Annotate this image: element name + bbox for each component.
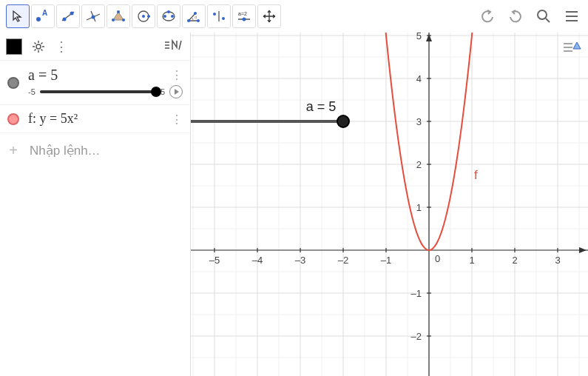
right-tools <box>477 6 582 27</box>
graphics-view[interactable]: –5–4–3–2–10123 12345–1–2 f a = 5 <box>191 33 588 376</box>
slider-control[interactable]: -5 5 <box>28 85 183 98</box>
svg-text:2: 2 <box>416 159 422 170</box>
search-button[interactable] <box>533 6 554 27</box>
function-curve[interactable] <box>191 33 587 250</box>
algebra-sidebar: ⋮ a = 5 -5 5 ⋮ <box>0 33 191 376</box>
svg-text:–1: –1 <box>381 255 391 266</box>
svg-point-14 <box>147 15 150 18</box>
svg-point-17 <box>171 15 174 18</box>
object-row-function[interactable]: f: y = 5x² ⋮ <box>0 105 190 133</box>
svg-text:1: 1 <box>469 255 474 266</box>
tool-group: A α a=2 <box>6 4 281 28</box>
function-label: f: y = 5x² <box>28 111 183 127</box>
svg-text:α: α <box>195 15 197 19</box>
tool-perpendicular[interactable] <box>81 4 105 28</box>
svg-point-25 <box>222 17 225 20</box>
grid-major <box>191 33 588 376</box>
graph-canvas[interactable]: –5–4–3–2–10123 12345–1–2 f a = 5 <box>191 33 588 376</box>
axes: –5–4–3–2–10123 12345–1–2 <box>191 33 588 376</box>
grid-minor <box>191 33 588 376</box>
svg-text:4: 4 <box>416 73 422 84</box>
sidebar-header: ⋮ <box>0 33 190 61</box>
svg-point-24 <box>213 13 216 16</box>
svg-point-34 <box>36 44 41 49</box>
row-menu-icon[interactable]: ⋮ <box>171 113 183 127</box>
tool-point[interactable]: A <box>31 4 55 28</box>
row-menu-icon[interactable]: ⋮ <box>171 68 183 82</box>
svg-point-113 <box>337 115 349 127</box>
visibility-dot[interactable] <box>7 77 19 89</box>
svg-text:a=2: a=2 <box>238 11 247 16</box>
svg-point-11 <box>112 19 115 21</box>
redo-button[interactable] <box>505 6 526 27</box>
slider-track[interactable] <box>40 90 156 93</box>
svg-point-16 <box>163 15 166 18</box>
slider-min: -5 <box>28 87 36 96</box>
svg-point-20 <box>197 19 200 22</box>
slider-label: a = 5 <box>28 67 183 84</box>
svg-text:2: 2 <box>512 255 517 266</box>
graphics-settings-button[interactable] <box>561 37 582 58</box>
command-input[interactable]: Nhập lệnh… <box>30 143 101 158</box>
function-label-graph: f <box>474 168 478 182</box>
svg-text:A: A <box>42 10 47 17</box>
plus-icon: + <box>7 142 19 159</box>
svg-point-4 <box>70 12 74 16</box>
gear-icon[interactable] <box>28 36 49 57</box>
tool-move-view[interactable] <box>257 4 281 28</box>
svg-text:3: 3 <box>555 255 560 266</box>
svg-point-29 <box>538 10 547 19</box>
svg-point-3 <box>63 18 67 21</box>
menu-button[interactable] <box>561 6 582 27</box>
svg-text:–4: –4 <box>252 255 263 266</box>
tool-pointer[interactable] <box>6 4 30 28</box>
svg-point-19 <box>187 19 190 22</box>
toolbar: A α a=2 <box>0 0 588 33</box>
svg-text:–2: –2 <box>338 255 348 266</box>
tool-ellipse[interactable] <box>157 4 180 28</box>
svg-point-7 <box>92 16 95 19</box>
visibility-dot[interactable] <box>7 113 19 125</box>
svg-text:3: 3 <box>416 116 422 127</box>
svg-text:1: 1 <box>416 202 422 213</box>
svg-point-0 <box>36 17 41 21</box>
svg-marker-41 <box>573 42 581 49</box>
tool-slider[interactable]: a=2 <box>232 4 256 28</box>
svg-text:5: 5 <box>416 33 422 41</box>
object-row-slider[interactable]: a = 5 -5 5 ⋮ <box>0 61 190 105</box>
color-picker[interactable] <box>6 38 22 55</box>
svg-point-9 <box>117 10 120 13</box>
svg-text:0: 0 <box>435 253 440 264</box>
sidebar-more-icon[interactable]: ⋮ <box>55 38 68 55</box>
svg-marker-79 <box>579 247 587 253</box>
input-row[interactable]: + Nhập lệnh… <box>0 133 190 168</box>
tool-circle[interactable] <box>132 4 155 28</box>
svg-text:–1: –1 <box>411 288 422 299</box>
main: ⋮ a = 5 -5 5 ⋮ <box>0 33 588 376</box>
svg-point-10 <box>122 19 125 21</box>
svg-point-13 <box>142 15 145 18</box>
tool-polygon[interactable] <box>107 4 130 28</box>
svg-text:–5: –5 <box>209 255 220 266</box>
algebra-view-toggle[interactable] <box>163 38 184 55</box>
graph-slider-label: a = 5 <box>306 99 337 114</box>
tool-line[interactable] <box>56 4 80 28</box>
svg-text:–3: –3 <box>295 255 305 266</box>
tool-angle[interactable]: α <box>182 4 206 28</box>
svg-line-30 <box>546 19 550 22</box>
svg-text:–2: –2 <box>411 331 422 342</box>
tool-reflect[interactable] <box>207 4 231 28</box>
undo-button[interactable] <box>477 6 498 27</box>
svg-point-28 <box>243 18 246 21</box>
svg-point-18 <box>167 10 170 13</box>
play-button[interactable] <box>169 85 183 98</box>
